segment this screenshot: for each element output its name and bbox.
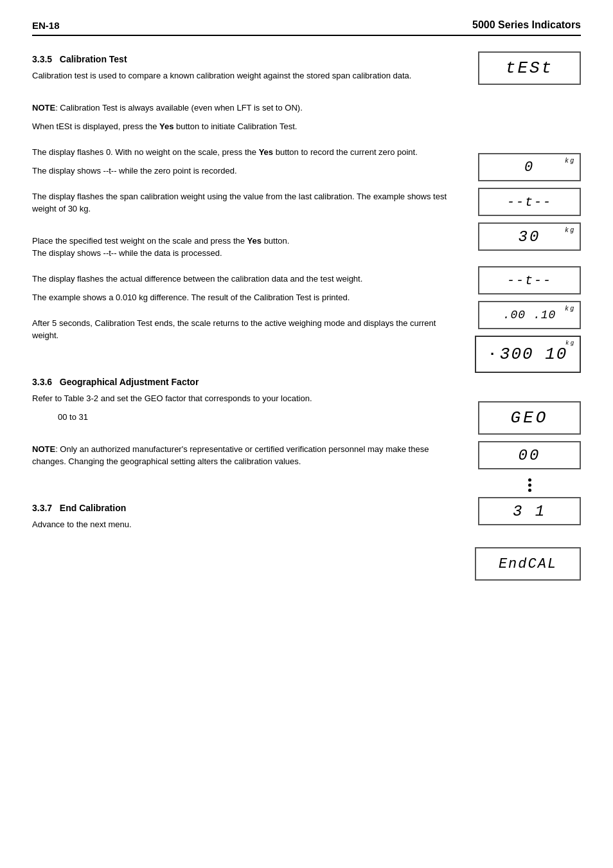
- thirty-display: kg 30: [478, 222, 581, 251]
- dots-container: [478, 478, 581, 492]
- para-335-8: The example shows a 0.010 kg difference.…: [32, 291, 452, 304]
- product-title: 5000 Series Indicators: [472, 19, 581, 31]
- page: EN-18 5000 Series Indicators 3.3.5 Calib…: [0, 0, 613, 868]
- diff-display-text: .00 .10: [503, 309, 556, 321]
- note-text-1: Calibration Test is always available (ev…: [60, 103, 302, 113]
- dash-t-2-display: --t--: [478, 266, 581, 294]
- zero-display: kg 0: [478, 153, 581, 181]
- thirtyone-display-text: 3 1: [513, 503, 546, 520]
- kg-label-1: kg: [565, 157, 576, 164]
- endcal-display-text: EndCAL: [499, 556, 557, 572]
- diff-display: kg .00 .10: [478, 301, 581, 329]
- para-335-4: The display shows --t-- while the zero p…: [32, 165, 452, 177]
- zero-zero-display-text: 00: [519, 447, 541, 464]
- dot-3: [528, 489, 531, 492]
- section-335-heading: 3.3.5 Calibration Test: [32, 54, 452, 64]
- zero-display-text: 0: [524, 159, 535, 176]
- para-336-1: Refer to Table 3-2 and set the GEO facto…: [32, 392, 452, 405]
- test-display-text: tESt: [506, 59, 553, 78]
- dot-prefix: ·: [488, 347, 499, 363]
- dash-t-1-display: --t--: [478, 188, 581, 216]
- section-336-number: 3.3.6: [32, 377, 52, 387]
- section-337-title: End Calibration: [60, 503, 126, 513]
- section-337-number: 3.3.7: [32, 503, 52, 513]
- dot-2: [528, 484, 531, 487]
- section-335-number: 3.3.5: [32, 54, 52, 64]
- zero-zero-display: 00: [478, 441, 581, 469]
- result-display: kg · 300 10: [475, 336, 581, 373]
- section-337-heading: 3.3.7 End Calibration: [32, 503, 452, 513]
- content-area: 3.3.5 Calibration Test Calibration test …: [32, 51, 581, 584]
- page-header: EN-18 5000 Series Indicators: [32, 19, 581, 36]
- geo-display: GEO: [478, 401, 581, 435]
- kg-label-4: kg: [565, 339, 576, 346]
- dot-1: [528, 478, 531, 482]
- section-336-heading: 3.3.6 Geographical Adjustment Factor: [32, 377, 452, 387]
- display-column: tESt kg 0 --t-- kg 30 --t--: [465, 51, 581, 584]
- thirty-display-text: 30: [519, 228, 541, 246]
- result-display-text: 300 10: [500, 345, 568, 364]
- section-336-title: Geographical Adjustment Factor: [60, 377, 199, 387]
- kg-label-3: kg: [565, 305, 576, 312]
- para-335-2: When tESt is displayed, press the Yes bu…: [32, 120, 452, 133]
- para-337-1: Advance to the next menu.: [32, 518, 452, 531]
- para-335-7: The display flashes the actual differenc…: [32, 273, 452, 285]
- para-335-6: Place the specified test weight on the s…: [32, 235, 452, 260]
- para-335-5: The display flashes the span calibration…: [32, 190, 452, 215]
- text-column: 3.3.5 Calibration Test Calibration test …: [32, 51, 465, 584]
- page-number: EN-18: [32, 20, 60, 31]
- note-bold-2: NOTE: [32, 444, 55, 454]
- kg-label-2: kg: [565, 226, 576, 233]
- para-335-1: Calibration test is used to compare a kn…: [32, 69, 452, 82]
- thirtyone-display: 3 1: [478, 497, 581, 525]
- note-bold-1: NOTE: [32, 103, 55, 113]
- para-335-note: NOTE: Calibration Test is always availab…: [32, 102, 452, 114]
- geo-display-text: GEO: [511, 408, 549, 428]
- para-335-9: After 5 seconds, Calibration Test ends, …: [32, 317, 452, 342]
- section-335-title: Calibration Test: [60, 54, 127, 64]
- dash-t-2-text: --t--: [507, 273, 552, 288]
- note-text-2: Only an authorized manufacturer's repres…: [32, 444, 429, 467]
- endcal-display: EndCAL: [475, 547, 581, 581]
- para-335-3: The display flashes 0. With no weight on…: [32, 146, 452, 159]
- para-336-note: NOTE: Only an authorized manufacturer's …: [32, 443, 452, 468]
- dash-t-1-text: --t--: [507, 195, 552, 210]
- test-display: tESt: [478, 51, 581, 85]
- para-336-range: 00 to 31: [58, 411, 452, 424]
